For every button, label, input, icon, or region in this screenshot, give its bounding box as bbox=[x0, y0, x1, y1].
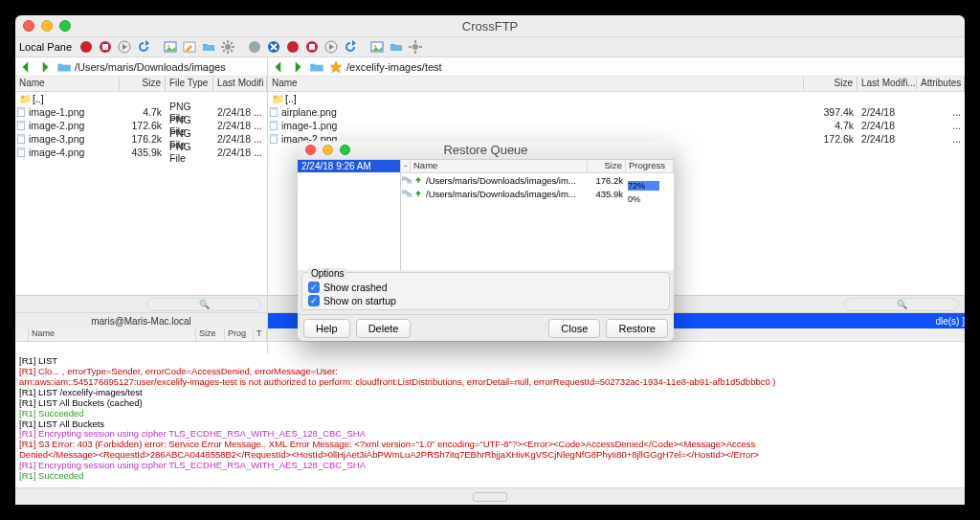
folder-open-icon[interactable] bbox=[200, 38, 217, 56]
options-title: Options bbox=[308, 268, 346, 279]
gear2-icon[interactable] bbox=[407, 38, 424, 56]
svg-rect-47 bbox=[270, 108, 278, 110]
local-file-list[interactable]: 📁[..] image-1.png4.7kPNG File2/24/18 ...… bbox=[15, 92, 267, 295]
image2-icon[interactable] bbox=[368, 38, 386, 56]
svg-marker-25 bbox=[352, 40, 356, 46]
file-row[interactable]: image-1.png4.7k2/24/18... bbox=[268, 119, 965, 132]
local-pathbar: /Users/maris/Downloads/images bbox=[15, 57, 267, 77]
gear-icon[interactable] bbox=[219, 38, 236, 56]
queue-row[interactable]: /Users/maris/Downloads/images/im...176.2… bbox=[401, 173, 674, 187]
restore-button[interactable]: Restore bbox=[606, 319, 668, 338]
back-icon[interactable] bbox=[17, 58, 34, 76]
play-icon[interactable] bbox=[116, 38, 133, 56]
remote-path[interactable]: /excelify-images/test bbox=[346, 61, 442, 73]
record3-icon[interactable] bbox=[284, 38, 301, 56]
folder2b-icon[interactable] bbox=[308, 58, 325, 76]
svg-marker-34 bbox=[43, 61, 49, 72]
remote-columns[interactable]: NameSizeLast Modifi...Attributes bbox=[268, 77, 965, 92]
svg-rect-2 bbox=[102, 44, 108, 50]
log-output[interactable]: [R1] LIST[R1] Clo... , errorType=Sender,… bbox=[15, 354, 965, 487]
file-icon bbox=[268, 120, 279, 131]
svg-line-14 bbox=[223, 42, 225, 44]
play2-icon[interactable] bbox=[323, 38, 340, 56]
file-row[interactable]: image-4.png435.9kPNG File2/24/18 ... bbox=[15, 146, 267, 159]
local-path[interactable]: /Users/maris/Downloads/images bbox=[75, 61, 226, 73]
log-line: [R1] Succeeded bbox=[19, 471, 961, 482]
window-title: CrossFTP bbox=[15, 19, 965, 34]
svg-point-9 bbox=[225, 44, 231, 50]
show-crashed-checkbox[interactable]: ✓ bbox=[308, 282, 320, 293]
folder-icon[interactable] bbox=[56, 58, 73, 76]
record2-icon[interactable] bbox=[246, 38, 263, 56]
svg-line-16 bbox=[223, 50, 225, 52]
file-row[interactable]: image-3.png176.2kPNG File2/24/18 ... bbox=[15, 132, 267, 146]
svg-point-27 bbox=[374, 45, 376, 47]
remote-pathbar: /excelify-images/test bbox=[268, 57, 965, 77]
edit-icon[interactable] bbox=[181, 38, 198, 56]
updir-row[interactable]: 📁[..] bbox=[15, 92, 267, 105]
svg-marker-43 bbox=[276, 61, 281, 72]
stop2-icon[interactable] bbox=[303, 38, 321, 56]
file-icon bbox=[268, 106, 279, 118]
search-icon: 🔍 bbox=[897, 300, 907, 309]
file-row[interactable]: image-1.png4.7kPNG File2/24/18 ... bbox=[15, 105, 267, 119]
session-list[interactable]: 2/24/18 9:26 AM bbox=[298, 160, 401, 270]
show-startup-checkbox[interactable]: ✓ bbox=[308, 295, 320, 306]
host-label: maris@Maris-Mac.local bbox=[15, 313, 267, 328]
folder-up-icon: 📁 bbox=[19, 93, 31, 105]
forward2-icon[interactable] bbox=[289, 58, 306, 76]
folder2-icon[interactable] bbox=[388, 38, 405, 56]
cancel-icon[interactable] bbox=[265, 38, 282, 56]
local-pane: /Users/maris/Downloads/images NameSizeFi… bbox=[15, 57, 268, 295]
svg-point-7 bbox=[167, 45, 169, 47]
record-icon[interactable] bbox=[78, 38, 95, 56]
log-line: [R1] LIST /excelify-images/test bbox=[19, 388, 961, 398]
file-row[interactable]: airplane.png397.4k2/24/18... bbox=[268, 105, 965, 119]
close-button[interactable]: Close bbox=[548, 319, 600, 338]
star-icon[interactable] bbox=[327, 58, 345, 76]
show-startup-label: Show on startup bbox=[323, 295, 396, 306]
svg-rect-51 bbox=[270, 135, 278, 137]
delete-button[interactable]: Delete bbox=[356, 319, 412, 338]
session-item[interactable]: 2/24/18 9:26 AM bbox=[298, 160, 400, 172]
stop-icon[interactable] bbox=[97, 38, 114, 56]
log-line: [R1] Succeeded bbox=[19, 409, 961, 419]
image-icon[interactable] bbox=[162, 38, 179, 56]
local-columns[interactable]: NameSizeFile TypeLast Modifi bbox=[15, 77, 267, 92]
svg-rect-52 bbox=[403, 177, 407, 180]
log-line: arn:aws:iam::545176895127:user/excelify-… bbox=[19, 377, 961, 388]
refresh2-icon[interactable] bbox=[342, 38, 359, 56]
grip-icon[interactable] bbox=[473, 492, 507, 502]
svg-rect-22 bbox=[309, 44, 315, 50]
file-row[interactable]: image-2.png172.6kPNG File2/24/18 ... bbox=[15, 119, 267, 132]
svg-rect-40 bbox=[17, 135, 25, 137]
search-input-2[interactable]: 🔍 bbox=[844, 298, 959, 311]
show-crashed-label: Show crashed bbox=[323, 282, 388, 293]
upload-icon bbox=[412, 174, 424, 186]
help-button[interactable]: Help bbox=[303, 319, 350, 338]
svg-line-15 bbox=[231, 50, 233, 52]
folder-up-icon: 📁 bbox=[272, 93, 283, 105]
svg-line-17 bbox=[231, 42, 233, 44]
forward-icon[interactable] bbox=[36, 58, 54, 76]
refresh-icon[interactable] bbox=[135, 38, 152, 56]
svg-rect-55 bbox=[417, 180, 419, 183]
mini-columns[interactable]: NameSizeProgT bbox=[15, 328, 267, 342]
queue-rows[interactable]: /Users/maris/Downloads/images/im...176.2… bbox=[401, 173, 674, 270]
updir-row[interactable]: 📁[..] bbox=[268, 92, 965, 105]
options-group: Options ✓Show crashed ✓Show on startup bbox=[301, 272, 670, 310]
upload-icon bbox=[412, 188, 424, 199]
svg-rect-59 bbox=[417, 193, 419, 196]
queue-columns[interactable]: -NameSizeProgress bbox=[401, 160, 674, 173]
back2-icon[interactable] bbox=[270, 58, 287, 76]
log-line: [R1] LIST All Buckets (cached) bbox=[19, 398, 961, 409]
search-input[interactable]: 🔍 bbox=[146, 298, 261, 311]
search-icon: 🔍 bbox=[199, 300, 210, 309]
restore-queue-dialog: Restore Queue 2/24/18 9:26 AM -NameSizeP… bbox=[298, 141, 674, 341]
svg-marker-45 bbox=[329, 60, 343, 74]
file-icon bbox=[268, 133, 279, 145]
file-icon bbox=[15, 106, 27, 118]
svg-rect-49 bbox=[270, 122, 278, 124]
svg-rect-56 bbox=[403, 191, 407, 193]
svg-point-28 bbox=[412, 44, 418, 50]
